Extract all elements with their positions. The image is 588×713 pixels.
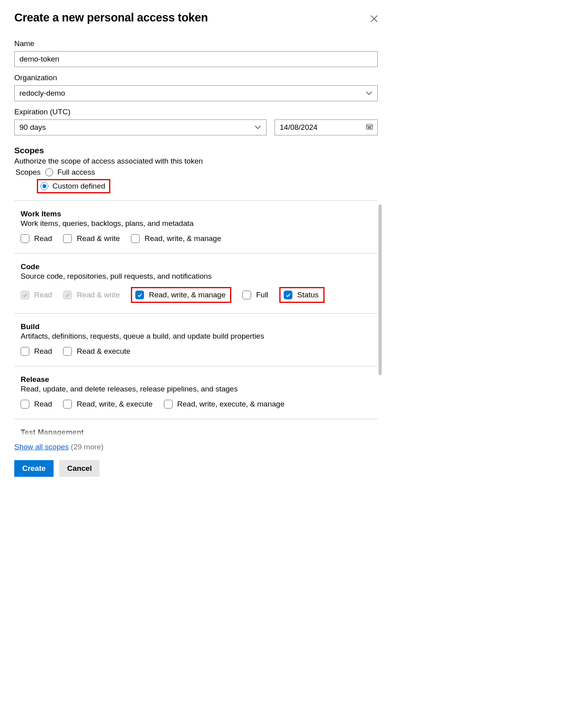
radio-custom-defined[interactable]: [40, 182, 48, 190]
checkbox[interactable]: [21, 347, 29, 356]
close-icon[interactable]: [371, 15, 378, 22]
permission-option: Read, write, & execute: [63, 400, 152, 409]
checkbox[interactable]: [63, 400, 72, 409]
checkbox: [21, 291, 29, 299]
scope-title: Build: [21, 322, 371, 331]
expiration-select[interactable]: [14, 119, 267, 135]
scope-group: Test ManagementRead, create, and update …: [14, 419, 378, 439]
permission-label: Read: [34, 291, 52, 299]
checkbox[interactable]: [284, 291, 292, 299]
scope-title: Code: [21, 262, 371, 271]
scope-subtitle: Work items, queries, backlogs, plans, an…: [21, 219, 371, 228]
radio-full-access[interactable]: [45, 168, 53, 176]
permission-option: Read & write: [63, 234, 120, 243]
organization-label: Organization: [14, 73, 378, 82]
permission-option: Read: [21, 234, 52, 243]
permission-label: Read, write, & manage: [144, 234, 221, 243]
name-label: Name: [14, 39, 378, 48]
create-button[interactable]: Create: [14, 460, 54, 477]
permission-option: Read & write: [63, 291, 120, 299]
checkbox[interactable]: [131, 234, 140, 243]
show-all-scopes-link[interactable]: Show all scopes: [14, 443, 69, 451]
radio-custom-defined-label: Custom defined: [52, 182, 105, 191]
scope-subtitle: Artifacts, definitions, requests, queue …: [21, 332, 371, 341]
permission-label: Status: [297, 291, 319, 299]
name-input[interactable]: [14, 51, 378, 67]
permission-option: Status: [279, 287, 325, 303]
permission-option: Read & execute: [63, 347, 130, 356]
organization-select[interactable]: [14, 85, 378, 101]
permission-option: Read, write, & manage: [131, 287, 231, 303]
permission-label: Full: [256, 291, 268, 299]
scope-title: Release: [21, 375, 371, 384]
permission-label: Read, write, execute, & manage: [177, 400, 284, 409]
scope-group: ReleaseRead, update, and delete releases…: [14, 366, 378, 419]
scope-subtitle: Read, create, and update test plans, cas…: [21, 437, 371, 439]
permission-option: Read, write, execute, & manage: [164, 400, 284, 409]
checkbox[interactable]: [135, 291, 144, 299]
scrollbar[interactable]: [379, 204, 382, 375]
scope-group: BuildArtifacts, definitions, requests, q…: [14, 313, 378, 366]
permission-label: Read & write: [77, 234, 120, 243]
scope-title: Work Items: [21, 210, 371, 218]
scope-group: Work ItemsWork items, queries, backlogs,…: [14, 200, 378, 253]
permission-label: Read & execute: [77, 347, 130, 356]
checkbox: [63, 291, 72, 299]
dialog-title: Create a new personal access token: [14, 11, 208, 24]
checkbox[interactable]: [63, 234, 72, 243]
permission-option: Read: [21, 291, 52, 299]
checkbox[interactable]: [242, 291, 251, 299]
permission-label: Read: [34, 400, 52, 409]
scope-title: Test Management: [21, 428, 371, 437]
expiration-date[interactable]: [275, 119, 378, 135]
expiration-label: Expiration (UTC): [14, 108, 267, 116]
permission-label: Read, write, & manage: [149, 291, 225, 299]
permission-option: Full: [242, 291, 268, 299]
permission-label: Read: [34, 347, 52, 356]
scope-subtitle: Source code, repositories, pull requests…: [21, 272, 371, 281]
permission-label: Read & write: [77, 291, 120, 299]
checkbox[interactable]: [21, 400, 29, 409]
cancel-button[interactable]: Cancel: [59, 460, 100, 477]
scopes-heading: Scopes: [14, 146, 378, 155]
scopes-desc: Authorize the scope of access associated…: [14, 157, 378, 166]
scope-subtitle: Read, update, and delete releases, relea…: [21, 385, 371, 393]
checkbox[interactable]: [63, 347, 72, 356]
permission-option: Read: [21, 347, 52, 356]
radio-full-access-label: Full access: [57, 168, 95, 177]
scope-group: CodeSource code, repositories, pull requ…: [14, 253, 378, 313]
permission-option: Read, write, & manage: [131, 234, 221, 243]
permission-label: Read, write, & execute: [77, 400, 152, 409]
show-all-scopes-count: (29 more): [71, 443, 104, 451]
checkbox[interactable]: [21, 234, 29, 243]
scopes-inline-label: Scopes: [15, 168, 40, 177]
checkbox[interactable]: [164, 400, 173, 409]
permission-label: Read: [34, 234, 52, 243]
permission-option: Read: [21, 400, 52, 409]
